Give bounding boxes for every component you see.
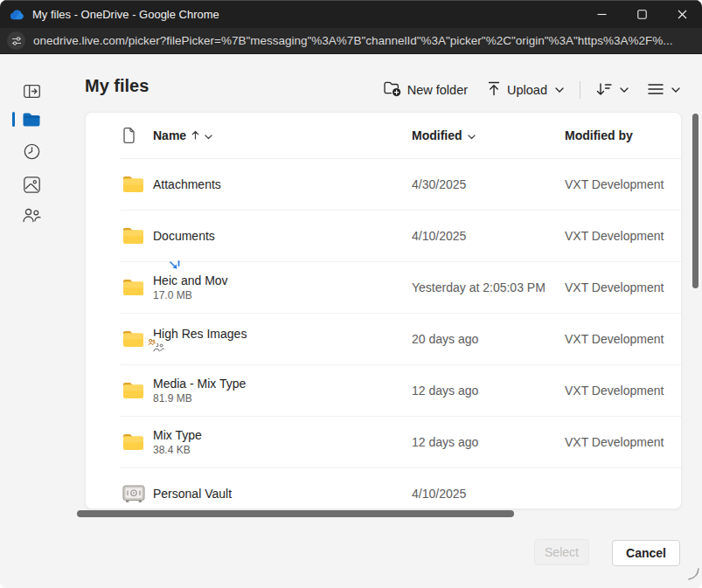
modified-date: 4/30/2025 [412, 177, 565, 191]
modified-date: Yesterday at 2:05:03 PM [412, 280, 565, 294]
sidebar-item-shared[interactable] [21, 204, 42, 225]
modified-date: 20 days ago [412, 332, 565, 346]
file-size: 38.4 KB [153, 444, 412, 456]
sidebar-item-photos[interactable] [21, 174, 42, 195]
horizontal-scrollbar[interactable] [77, 510, 514, 517]
folder-icon [122, 382, 153, 399]
sidebar [0, 54, 61, 588]
address-bar[interactable]: onedrive.live.com/picker?filePicker=%7B"… [0, 28, 702, 54]
file-name: High Res Images [153, 327, 412, 341]
folder-icon [122, 176, 153, 193]
list-view-icon [648, 83, 664, 98]
page-title: My files [85, 76, 149, 96]
site-settings-icon[interactable] [7, 31, 25, 50]
folder-icon [122, 227, 153, 245]
new-folder-label: New folder [407, 83, 468, 97]
close-button[interactable] [662, 1, 702, 29]
file-list: Name Modified Modified by [85, 112, 682, 509]
upload-icon [487, 81, 501, 99]
file-size: 81.9 MB [153, 392, 412, 405]
new-folder-button[interactable]: New folder [380, 80, 471, 101]
toolbar: New folder Upload [380, 77, 684, 103]
new-folder-icon [384, 81, 401, 100]
table-row[interactable]: Personal Vault 4/10/2025 [86, 468, 681, 509]
table-row[interactable]: Documents 4/10/2025 VXT Development [86, 211, 681, 261]
select-button[interactable]: Select [534, 539, 589, 565]
modified-by: VXT Development [565, 332, 681, 346]
column-header-modified-by[interactable]: Modified by [565, 128, 681, 142]
modified-by: VXT Development [565, 435, 681, 449]
modified-date: 12 days ago [412, 384, 565, 398]
upload-button[interactable]: Upload [483, 80, 567, 100]
modified-by: VXT Development [565, 280, 681, 294]
shared-badge-icon [146, 336, 156, 347]
file-name: Mix Type [153, 428, 412, 442]
expand-navigation-icon[interactable] [21, 80, 42, 101]
chevron-down-icon [205, 128, 212, 142]
shared-people-icon [153, 342, 412, 352]
modified-by: VXT Development [565, 177, 681, 191]
sort-icon [596, 82, 612, 99]
column-header-modified[interactable]: Modified [412, 128, 565, 142]
toolbar-divider [580, 81, 580, 99]
personal-vault-icon [122, 485, 153, 503]
column-header-name[interactable]: Name [153, 128, 412, 142]
file-name: Attachments [153, 177, 412, 191]
sidebar-item-recent[interactable] [21, 141, 42, 162]
sort-button[interactable] [593, 80, 632, 100]
chevron-down-icon [671, 87, 680, 93]
modified-date: 12 days ago [412, 435, 565, 449]
browser-window: My files - OneDrive - Google Chrome oned… [0, 0, 702, 588]
table-row[interactable]: Attachments 4/30/2025 VXT Development [86, 159, 681, 210]
file-type-icon[interactable] [122, 128, 153, 143]
view-options-button[interactable] [644, 81, 684, 100]
modified-by: VXT Development [565, 229, 681, 243]
modified-date: 4/10/2025 [412, 229, 565, 243]
minimize-button[interactable] [581, 1, 622, 29]
file-name: Documents [153, 229, 412, 243]
picker-content: My files New folder Upload [0, 54, 702, 588]
sidebar-selection-indicator [12, 112, 15, 127]
sort-ascending-icon [191, 128, 199, 142]
folder-icon [122, 279, 153, 296]
mouse-cursor [169, 260, 183, 278]
resize-grip-icon[interactable] [687, 568, 699, 584]
onedrive-cloud-icon [10, 10, 24, 20]
file-name: Heic and Mov [153, 273, 412, 287]
vertical-scrollbar[interactable] [692, 114, 699, 288]
chevron-down-icon [555, 87, 564, 93]
table-body: Attachments 4/30/2025 VXT Development Do… [86, 159, 681, 509]
chevron-down-icon [620, 87, 629, 93]
maximize-button[interactable] [622, 1, 662, 29]
table-row[interactable]: Media - Mix Type 81.9 MB 12 days ago VXT… [86, 365, 681, 416]
window-title: My files - OneDrive - Google Chrome [32, 8, 219, 21]
modified-date: 4/10/2025 [412, 487, 565, 501]
file-size: 17.0 MB [153, 289, 412, 301]
file-name: Personal Vault [153, 487, 412, 501]
modified-by: VXT Development [565, 384, 681, 398]
table-row[interactable]: High Res Images 20 days ago VXT Developm… [86, 314, 681, 364]
cancel-button[interactable]: Cancel [612, 540, 680, 566]
url-text[interactable]: onedrive.live.com/picker?filePicker=%7B"… [33, 34, 673, 47]
shared-folder-icon [122, 330, 153, 348]
folder-icon [122, 433, 153, 451]
upload-label: Upload [507, 83, 547, 97]
file-name: Media - Mix Type [153, 377, 412, 391]
table-header: Name Modified Modified by [86, 113, 681, 158]
window-titlebar: My files - OneDrive - Google Chrome [0, 0, 702, 28]
table-row[interactable]: Mix Type 38.4 KB 12 days ago VXT Develop… [86, 417, 681, 467]
sidebar-item-my-files[interactable] [21, 109, 42, 130]
chevron-down-icon [468, 128, 476, 142]
